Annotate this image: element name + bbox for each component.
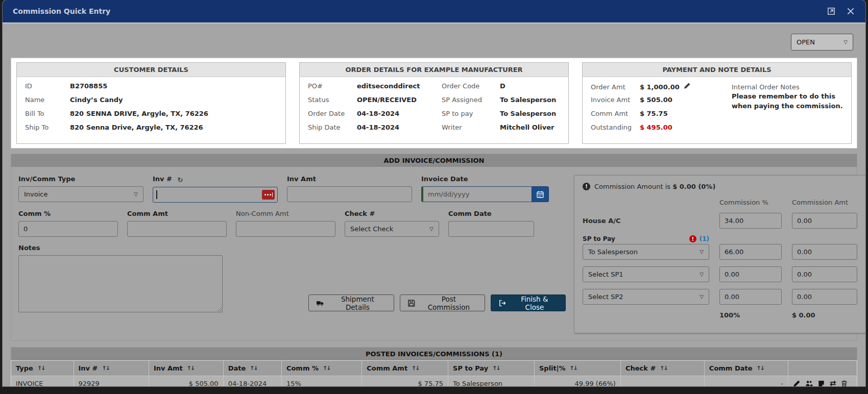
order-label: PO#	[308, 82, 353, 96]
col-header-comm-amt[interactable]: Comm Amt↑↓	[362, 361, 448, 376]
sort-icon: ↑↓	[660, 365, 667, 372]
expand-icon[interactable]	[827, 7, 836, 16]
sp2-pct-input[interactable]	[719, 289, 782, 305]
commission-amount-info: Commission Amount is $ 0.00 (0%)	[594, 183, 715, 190]
payment-details-title: PAYMENT AND NOTE DETAILS	[583, 63, 851, 77]
non-comm-amt-label: Non-Comm Amt	[236, 210, 335, 217]
modal-titlebar: Commission Quick Entry	[3, 0, 865, 22]
order-value: OPEN/RECEIVED	[357, 96, 439, 110]
payment-row-order-amt: Order Amt $ 1,000.00	[591, 82, 725, 96]
col-header-comm-pct[interactable]: Comm %↑↓	[282, 361, 362, 376]
refresh-icon[interactable]: ↻	[178, 176, 185, 183]
transfer-arrows-icon[interactable]: ⇄	[830, 380, 836, 386]
chevron-down-icon: ▽	[700, 272, 704, 277]
cell-comm-date: -	[705, 376, 788, 386]
col-header-inv-num[interactable]: Inv #↑↓	[74, 361, 149, 376]
calendar-icon[interactable]	[532, 186, 549, 202]
inv-amt-label: Inv Amt	[287, 175, 412, 183]
alert-icon: !	[689, 235, 696, 242]
chevron-down-icon: ▽	[134, 191, 138, 197]
payment-row-outstanding: Outstanding $ 495.00	[591, 124, 725, 137]
col-header-check-num[interactable]: Check #↑↓	[621, 361, 705, 376]
order-status-value: OPEN	[797, 38, 815, 46]
customer-row-id: ID B2708855	[25, 82, 277, 96]
invoice-date-input[interactable]	[421, 186, 532, 202]
shipment-details-button[interactable]: Shipment Details	[308, 294, 394, 311]
col-header-type[interactable]: Type↑↓	[11, 361, 74, 376]
inv-comm-type-select[interactable]: Invoice ▽	[18, 186, 143, 202]
inv-amt-input[interactable]	[287, 186, 412, 202]
check-num-select[interactable]: Select Check ▽	[345, 221, 439, 237]
delete-trash-icon[interactable]	[840, 380, 848, 386]
order-label: Order Code	[442, 82, 487, 96]
sp2-amt-input[interactable]	[792, 289, 857, 305]
sp1-pct-input[interactable]	[719, 266, 782, 282]
commission-quick-entry-modal: Commission Quick Entry OPEN ▽ CUSTOMER D…	[3, 0, 865, 386]
customer-row-shipto: Ship To 820 Senna Drive, Argyle, TX, 762…	[25, 124, 277, 137]
order-label: Order Date	[308, 110, 353, 124]
exit-icon	[498, 299, 507, 307]
order-label: Writer	[442, 124, 487, 137]
house-amt-input[interactable]	[792, 213, 857, 229]
sp2-select[interactable]: Select SP2 ▽	[583, 289, 709, 305]
col-header-split[interactable]: Split|%↑↓	[535, 361, 621, 376]
cell-comm-amt: $ 75.75	[362, 376, 448, 386]
sp-count-badge[interactable]: (1)	[700, 235, 709, 242]
order-value: 04-18-2024	[357, 124, 439, 137]
outstanding-amount: $ 495.00	[640, 124, 672, 131]
post-commission-button[interactable]: Post Commission	[400, 294, 485, 311]
order-status-dropdown[interactable]: OPEN ▽	[791, 34, 853, 51]
edit-row-pencil-icon[interactable]	[793, 380, 801, 386]
internal-order-notes-text: Please remember to do this when paying t…	[732, 92, 843, 111]
note-icon[interactable]	[817, 380, 825, 386]
finish-close-button[interactable]: Finish & Close	[491, 294, 566, 311]
notes-textarea[interactable]	[18, 255, 223, 312]
close-icon[interactable]	[846, 7, 855, 16]
cell-date: 04-18-2024	[224, 376, 282, 386]
comm-amt-input[interactable]	[127, 221, 227, 237]
chevron-down-icon: ▽	[700, 249, 704, 255]
cell-actions: ⇄	[788, 376, 857, 386]
save-icon	[407, 299, 416, 307]
modal-title: Commission Quick Entry	[13, 7, 110, 15]
add-invoice-commission-section: ADD INVOICE/COMMISSION Inv/Comm Type Inv…	[11, 154, 857, 341]
add-invoice-form: Inv/Comm Type Invoice ▽ Inv # ↻	[18, 175, 566, 333]
total-amt: $ 0.00	[792, 311, 857, 319]
non-comm-amt-input[interactable]	[236, 221, 335, 237]
info-icon: !	[583, 183, 590, 190]
cell-sp-to-pay: To Salesperson	[448, 376, 535, 386]
internal-order-notes-label: Internal Order Notes	[732, 83, 843, 91]
order-value: D	[500, 82, 560, 96]
sp-to-pay-amt-input[interactable]	[792, 244, 857, 260]
payment-row-invoice-amt: Invoice Amt $ 505.00	[591, 96, 725, 110]
sp1-select[interactable]: Select SP1 ▽	[583, 266, 709, 282]
salespeople-users-icon[interactable]	[805, 380, 813, 386]
chevron-down-icon: ▽	[843, 39, 848, 45]
cell-check-num	[621, 376, 705, 386]
edit-order-amt-pencil-icon[interactable]	[684, 82, 691, 89]
sort-icon: ↑↓	[492, 365, 499, 372]
total-pct: 100%	[719, 311, 782, 319]
col-header-comm-date[interactable]: Comm Date↑↓	[705, 361, 788, 376]
sort-icon: ↑↓	[102, 365, 109, 372]
col-header-actions	[788, 361, 857, 376]
sp1-amt-input[interactable]	[792, 266, 857, 282]
order-details-title: ORDER DETAILS FOR EXAMPLE MANUFACTURER	[300, 63, 568, 77]
col-header-sp-to-pay[interactable]: SP to Pay↑↓	[448, 361, 535, 376]
inv-num-input[interactable]	[153, 187, 278, 203]
comm-date-label: Comm Date	[448, 210, 534, 217]
comm-date-input[interactable]	[448, 221, 534, 237]
comm-pct-input[interactable]	[18, 221, 118, 237]
payment-row-comm-amt: Comm Amt $ 75.75	[591, 110, 725, 124]
sp-to-pay-select[interactable]: To Salesperson ▽	[583, 244, 709, 260]
posted-table-header: Type↑↓ Inv #↑↓ Inv Amt↑↓ Date↑↓ Comm %↑↓…	[11, 361, 857, 376]
sp-to-pay-pct-input[interactable]	[719, 244, 782, 260]
house-pct-input[interactable]	[719, 213, 782, 229]
col-header-date[interactable]: Date↑↓	[224, 361, 282, 376]
autofill-extension-icon[interactable]	[262, 190, 275, 200]
cell-comm-pct: 15%	[282, 376, 362, 386]
col-header-inv-amt[interactable]: Inv Amt↑↓	[149, 361, 224, 376]
truck-icon	[316, 299, 324, 307]
order-label: Ship Date	[308, 124, 353, 137]
inv-num-label: Inv # ↻	[153, 175, 278, 183]
